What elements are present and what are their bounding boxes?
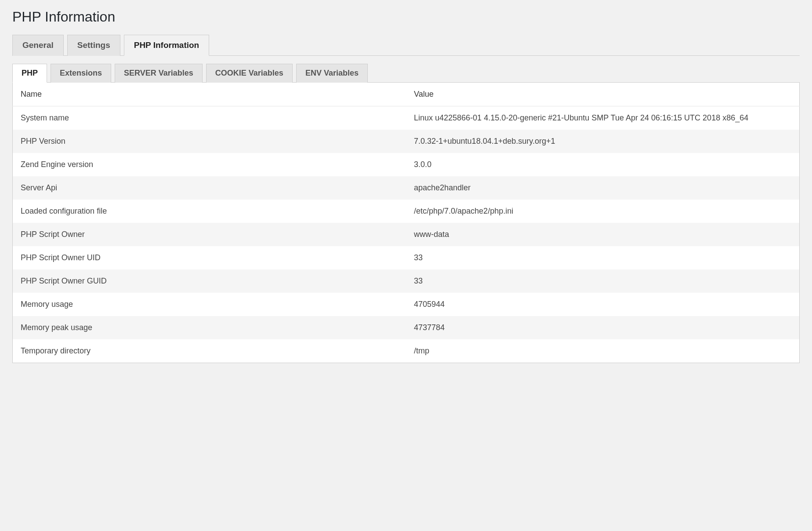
subtab-cookie-variables[interactable]: COOKIE Variables [206, 64, 293, 83]
sub-tabs: PHP Extensions SERVER Variables COOKIE V… [12, 64, 800, 83]
subtab-php[interactable]: PHP [12, 64, 47, 83]
table-cell-value: /etc/php/7.0/apache2/php.ini [406, 200, 800, 223]
table-row: PHP Script Owner GUID33 [13, 269, 800, 293]
table-row: PHP Script Ownerwww-data [13, 223, 800, 246]
table-row: System nameLinux u4225866-01 4.15.0-20-g… [13, 106, 800, 130]
table-cell-value: 3.0.0 [406, 153, 800, 176]
table-cell-name: PHP Script Owner GUID [13, 269, 406, 293]
table-cell-name: PHP Script Owner [13, 223, 406, 246]
table-cell-value: 4737784 [406, 316, 800, 339]
table-cell-name: Loaded configuration file [13, 200, 406, 223]
table-cell-name: System name [13, 106, 406, 130]
table-cell-value: 33 [406, 246, 800, 269]
tab-settings[interactable]: Settings [67, 35, 120, 56]
php-info-table: Name Value System nameLinux u4225866-01 … [12, 83, 800, 363]
table-row: Zend Engine version3.0.0 [13, 153, 800, 176]
table-cell-value: /tmp [406, 339, 800, 363]
page-title: PHP Information [12, 9, 800, 25]
table-row: PHP Script Owner UID33 [13, 246, 800, 269]
table-row: Memory usage4705944 [13, 293, 800, 316]
tab-general[interactable]: General [12, 35, 64, 56]
table-row: Temporary directory/tmp [13, 339, 800, 363]
subtab-env-variables[interactable]: ENV Variables [296, 64, 368, 83]
subtab-extensions[interactable]: Extensions [51, 64, 111, 83]
tab-php-information[interactable]: PHP Information [124, 35, 210, 56]
table-cell-value: apache2handler [406, 176, 800, 200]
subtab-server-variables[interactable]: SERVER Variables [115, 64, 203, 83]
table-cell-value: 4705944 [406, 293, 800, 316]
table-cell-name: Server Api [13, 176, 406, 200]
table-row: Server Apiapache2handler [13, 176, 800, 200]
table-row: Memory peak usage4737784 [13, 316, 800, 339]
table-cell-name: Memory peak usage [13, 316, 406, 339]
table-cell-name: Zend Engine version [13, 153, 406, 176]
table-cell-value: 7.0.32-1+ubuntu18.04.1+deb.sury.org+1 [406, 130, 800, 153]
table-cell-value: Linux u4225866-01 4.15.0-20-generic #21-… [406, 106, 800, 130]
table-body: System nameLinux u4225866-01 4.15.0-20-g… [13, 106, 800, 363]
table-row: PHP Version7.0.32-1+ubuntu18.04.1+deb.su… [13, 130, 800, 153]
table-cell-name: Memory usage [13, 293, 406, 316]
table-cell-value: 33 [406, 269, 800, 293]
table-cell-name: PHP Version [13, 130, 406, 153]
primary-tabs: General Settings PHP Information [12, 35, 800, 56]
table-cell-name: Temporary directory [13, 339, 406, 363]
table-cell-value: www-data [406, 223, 800, 246]
table-row: Loaded configuration file/etc/php/7.0/ap… [13, 200, 800, 223]
table-cell-name: PHP Script Owner UID [13, 246, 406, 269]
table-header-name: Name [13, 83, 406, 106]
table-header-value: Value [406, 83, 800, 106]
